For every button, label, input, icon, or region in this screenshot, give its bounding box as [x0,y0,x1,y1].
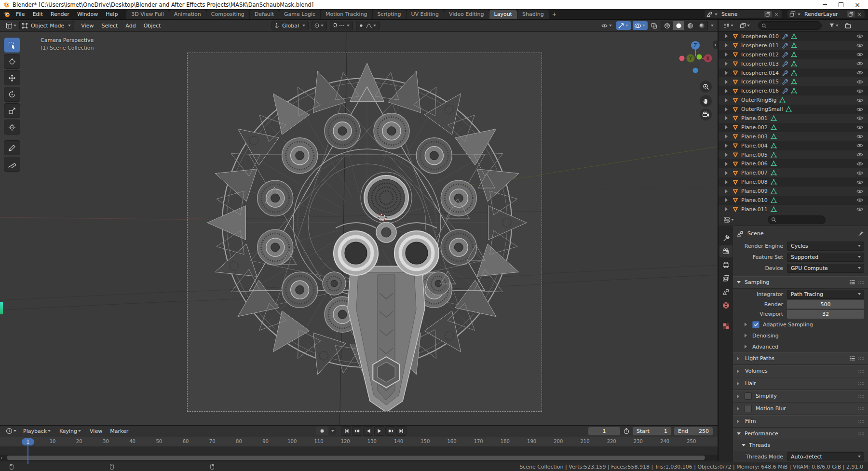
outliner-row-plane-008[interactable]: Plane.008 [719,177,868,187]
disclosure-icon[interactable] [745,345,749,349]
presets-icon[interactable] [849,279,855,285]
mesh-data-icon[interactable] [771,188,777,194]
mesh-data-icon[interactable] [791,33,797,40]
tool-measure-button[interactable] [4,157,20,172]
expand-chevron[interactable]: › [0,455,2,461]
grip-dots-icon[interactable] [858,394,864,398]
object-name[interactable]: Plane.008 [741,179,768,185]
minimize-button[interactable] [816,0,833,9]
disclosure-icon[interactable] [737,369,741,373]
object-name[interactable]: Icosphere.013 [741,61,779,67]
new-collection-button[interactable] [843,22,853,30]
mesh-data-icon[interactable] [771,170,777,176]
tool-scale-button[interactable] [4,103,20,118]
expand-arrow-icon[interactable] [725,207,730,211]
outliner-search-input[interactable] [758,21,822,30]
hide-eye-icon[interactable] [856,179,863,185]
disclosure-icon[interactable] [737,281,741,285]
modifier-wrench-icon[interactable] [782,61,788,67]
outliner-row-plane-005[interactable]: Plane.005 [719,150,868,160]
horizontal-scrollbar[interactable] [7,456,705,460]
play-reverse-button[interactable] [363,426,373,436]
checkbox-motion-blur[interactable] [745,405,752,412]
mesh-data-icon[interactable] [791,42,797,49]
grip-dots-icon[interactable] [858,369,864,373]
timeline-editor-type-button[interactable] [4,427,19,435]
outliner-row-outerringsmall[interactable]: OuterRingSmall [719,105,868,114]
workspace-tab-animation[interactable]: Animation [169,10,206,19]
grip-dots-icon[interactable] [858,419,864,423]
shading-solid-button[interactable] [673,21,684,30]
dropdown-threads-mode[interactable]: Auto-detect [787,452,864,461]
outliner-row-icosphere-016[interactable]: Icosphere.016 [719,86,868,95]
gizmos-toggle[interactable] [616,21,631,30]
dropdown-feature-set[interactable]: Supported [787,253,864,262]
hide-eye-icon[interactable] [856,61,863,67]
expand-arrow-icon[interactable] [725,98,730,102]
mesh-data-icon[interactable] [771,143,777,149]
properties-tab-render[interactable] [719,245,732,257]
grip-dots-icon[interactable] [858,357,864,361]
mesh-data-icon[interactable] [771,124,777,131]
viewport-menu-add[interactable]: Add [122,22,139,30]
hide-eye-icon[interactable] [856,124,863,130]
viewport-menu-object[interactable]: Object [140,22,165,30]
expand-arrow-icon[interactable] [725,71,730,75]
mesh-data-icon[interactable] [771,161,777,167]
overlays-toggle[interactable] [633,21,648,30]
prev-keyframe-button[interactable] [352,426,362,436]
object-name[interactable]: Plane.010 [741,197,768,203]
view-layer-selector[interactable]: RenderLayer × [787,10,865,19]
properties-tab-output[interactable] [719,259,732,271]
add-workspace-button[interactable]: + [549,10,559,19]
record-button[interactable] [316,427,328,435]
dropdown-render-engine[interactable]: Cycles [787,242,864,251]
properties-tab-view-layer[interactable] [719,272,732,284]
object-name[interactable]: Icosphere.011 [741,42,779,49]
hide-eye-icon[interactable] [856,97,863,103]
mesh-data-icon[interactable] [771,179,777,185]
section-sampling[interactable]: Sampling [733,276,868,289]
modifier-wrench-icon[interactable] [782,52,788,58]
workspace-tab-video-editing[interactable]: Video Editing [444,10,489,19]
mesh-data-icon[interactable] [771,206,777,213]
workspace-tab-uv-editing[interactable]: UV Editing [407,10,444,19]
expand-arrow-icon[interactable] [725,34,730,38]
copy-view-layer-button[interactable] [847,11,855,17]
timeline-track[interactable] [0,446,718,455]
workspace-tab-default[interactable]: Default [250,10,279,19]
mesh-data-icon[interactable] [791,61,797,67]
subsection-threads[interactable]: Threads [733,440,868,451]
frame-end-field[interactable]: End 250 [674,427,713,435]
timeline-ruler[interactable]: 1 10203040506070809010011012013014015016… [0,437,718,447]
hide-eye-icon[interactable] [856,134,863,139]
zoom-button[interactable] [700,81,712,93]
shading-wireframe-button[interactable] [661,21,673,30]
pan-hand-button[interactable] [700,95,712,107]
outliner-row-plane-011[interactable]: Plane.011 [719,205,868,214]
navigation-gizmo[interactable]: Z Y X [677,40,714,78]
section-motion-blur[interactable]: Motion Blur [733,403,868,415]
expand-arrow-icon[interactable] [725,135,730,138]
viewport-menu-view[interactable]: View [77,22,97,30]
workspace-tab-layout[interactable]: Layout [489,10,517,19]
object-name[interactable]: Plane.007 [741,170,768,176]
hide-eye-icon[interactable] [856,107,863,112]
unlink-scene-button[interactable]: × [772,11,781,18]
expand-arrow-icon[interactable] [725,153,730,157]
section-light-paths[interactable]: Light Paths [733,352,868,365]
hide-eye-icon[interactable] [856,197,863,203]
workspace-tab-3d-view-full[interactable]: 3D View Full [126,10,168,19]
next-keyframe-button[interactable] [385,426,395,436]
object-name[interactable]: Plane.011 [741,206,768,213]
expand-arrow-icon[interactable] [725,125,730,129]
expand-arrow-icon[interactable] [725,162,730,166]
remove-view-layer-button[interactable]: × [855,11,864,18]
mesh-data-icon[interactable] [771,115,777,121]
outliner-row-plane-006[interactable]: Plane.006 [719,159,868,168]
modifier-wrench-icon[interactable] [782,42,788,49]
sidebar-collapse-chevron[interactable]: ‹ [713,40,718,49]
outliner-row-plane-009[interactable]: Plane.009 [719,187,868,196]
section-simplify[interactable]: Simplify [733,390,868,403]
pivot-dropdown[interactable] [312,21,327,30]
